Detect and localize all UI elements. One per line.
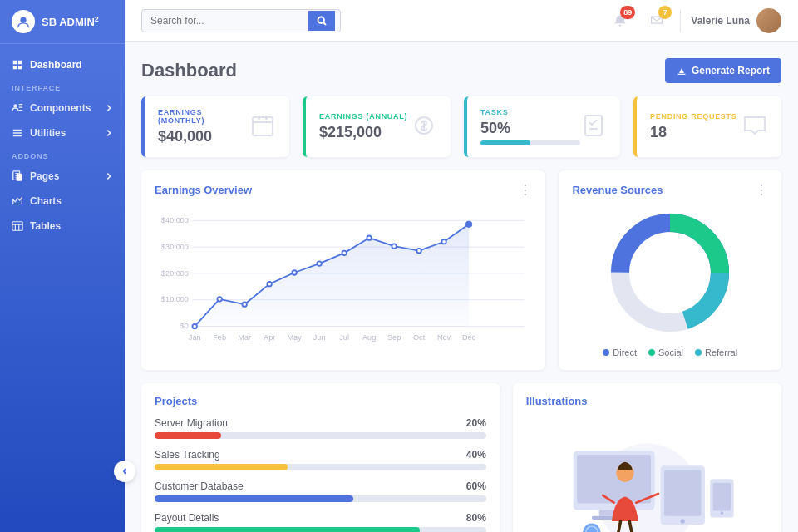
brand-logo bbox=[12, 10, 35, 33]
svg-point-30 bbox=[392, 244, 396, 248]
revenue-chart-menu[interactable]: ⋮ bbox=[755, 182, 768, 198]
stat-value-earnings-annual: $215,000 bbox=[319, 124, 407, 141]
svg-rect-60 bbox=[713, 483, 731, 511]
svg-rect-4 bbox=[12, 222, 22, 231]
legend-social: Social bbox=[648, 347, 683, 357]
svg-text:$0: $0 bbox=[180, 322, 189, 330]
svg-rect-3 bbox=[17, 174, 22, 180]
generate-report-button[interactable]: Generate Report bbox=[665, 58, 781, 83]
svg-point-27 bbox=[317, 261, 321, 265]
stats-row: EARNINGS (MONTHLY) $40,000 EARNINGS (ANN… bbox=[141, 96, 781, 157]
svg-point-58 bbox=[680, 519, 684, 523]
notifications-badge: 89 bbox=[620, 6, 635, 19]
donut-chart-svg bbox=[603, 206, 736, 339]
svg-text:Mar: Mar bbox=[238, 333, 251, 342]
project-fill-payout bbox=[155, 527, 420, 532]
legend-referral: Referral bbox=[695, 347, 737, 357]
svg-text:Apr: Apr bbox=[264, 333, 275, 342]
search-input[interactable] bbox=[142, 10, 308, 32]
sidebar-item-tables[interactable]: Tables bbox=[0, 214, 125, 239]
svg-text:Sep: Sep bbox=[387, 333, 401, 342]
sidebar-item-components-label: Components bbox=[30, 102, 91, 114]
svg-rect-53 bbox=[577, 455, 651, 504]
calendar-icon bbox=[249, 112, 276, 141]
sidebar-toggle[interactable] bbox=[114, 461, 135, 482]
sidebar-item-dashboard-label: Dashboard bbox=[30, 59, 82, 71]
legend-dot-referral bbox=[695, 349, 702, 356]
search-button[interactable] bbox=[308, 11, 335, 31]
sidebar-item-utilities[interactable]: Utilities bbox=[0, 121, 125, 145]
search-form bbox=[141, 9, 341, 32]
notifications-button[interactable]: 89 bbox=[607, 7, 633, 34]
sidebar-item-pages[interactable]: Pages bbox=[0, 164, 125, 189]
svg-point-23 bbox=[217, 297, 221, 301]
sidebar-item-charts[interactable]: Charts bbox=[0, 189, 125, 214]
svg-point-31 bbox=[416, 249, 421, 253]
svg-text:Jul: Jul bbox=[339, 333, 349, 342]
svg-text:$40,000: $40,000 bbox=[161, 216, 189, 224]
interface-section-label: INTERFACE bbox=[0, 77, 125, 96]
brand[interactable]: SB ADMIN2 bbox=[0, 0, 125, 44]
project-name-server: Server Migration bbox=[155, 417, 228, 429]
brand-name: SB ADMIN2 bbox=[42, 15, 99, 29]
stat-earnings-monthly: EARNINGS (MONTHLY) $40,000 bbox=[141, 96, 289, 157]
stat-value-pending: 18 bbox=[650, 124, 737, 141]
page-header: Dashboard Generate Report bbox=[141, 58, 781, 83]
svg-point-61 bbox=[720, 511, 723, 515]
svg-text:Oct: Oct bbox=[413, 333, 426, 342]
donut-chart-container: Direct Social Referral bbox=[572, 206, 768, 357]
donut-legend: Direct Social Referral bbox=[603, 347, 737, 357]
user-info[interactable]: Valerie Luna bbox=[691, 8, 781, 33]
svg-point-26 bbox=[292, 270, 296, 274]
earnings-chart-menu[interactable]: ⋮ bbox=[519, 182, 532, 198]
project-pct-customer: 60% bbox=[466, 480, 486, 492]
svg-rect-9 bbox=[265, 116, 268, 120]
sidebar-item-utilities-label: Utilities bbox=[30, 127, 66, 139]
sidebar-item-dashboard[interactable]: Dashboard bbox=[0, 52, 125, 77]
messages-badge: 7 bbox=[658, 6, 672, 19]
project-payout-details: Payout Details 80% bbox=[155, 512, 486, 532]
stat-label-earnings-annual: EARNINGS (ANNUAL) bbox=[319, 112, 407, 121]
svg-text:Dec: Dec bbox=[462, 333, 476, 342]
project-pct-sales: 40% bbox=[466, 449, 486, 461]
svg-point-22 bbox=[192, 324, 196, 328]
projects-card: Projects Server Migration 20% Sales bbox=[141, 383, 500, 532]
dollar-icon bbox=[411, 112, 437, 141]
svg-text:$20,000: $20,000 bbox=[161, 269, 189, 278]
user-avatar bbox=[756, 8, 781, 33]
main-content: 89 7 Valerie Luna Dashboard Generate Rep… bbox=[125, 0, 798, 532]
legend-label-referral: Referral bbox=[705, 347, 737, 357]
page-title: Dashboard bbox=[141, 60, 237, 81]
stat-tasks: TASKS 50% bbox=[464, 96, 620, 157]
project-fill-server bbox=[155, 432, 221, 439]
project-bar-payout bbox=[155, 527, 486, 532]
project-fill-sales bbox=[155, 464, 288, 470]
legend-dot-direct bbox=[603, 349, 609, 356]
svg-point-29 bbox=[367, 235, 371, 239]
svg-text:$10,000: $10,000 bbox=[161, 295, 189, 303]
stat-label-tasks: TASKS bbox=[480, 108, 580, 116]
svg-rect-11 bbox=[585, 116, 602, 135]
revenue-chart-title: Revenue Sources bbox=[572, 184, 663, 196]
stat-pending: PENDING REQUESTS 18 bbox=[633, 96, 781, 157]
svg-point-25 bbox=[267, 282, 271, 286]
svg-point-33 bbox=[466, 222, 471, 227]
svg-text:May: May bbox=[288, 333, 303, 342]
sidebar-item-components[interactable]: Components bbox=[0, 96, 125, 121]
sidebar-nav: Dashboard INTERFACE Components Utilities… bbox=[0, 44, 125, 532]
svg-point-1 bbox=[13, 104, 17, 107]
svg-text:Jun: Jun bbox=[313, 333, 326, 342]
generate-report-label: Generate Report bbox=[692, 65, 770, 76]
messages-button[interactable]: 7 bbox=[643, 7, 670, 34]
project-customer-database: Customer Database 60% bbox=[155, 480, 486, 502]
sidebar-item-charts-label: Charts bbox=[30, 195, 62, 207]
project-name-customer: Customer Database bbox=[155, 480, 244, 492]
topbar: 89 7 Valerie Luna bbox=[125, 0, 798, 42]
svg-rect-8 bbox=[258, 116, 260, 120]
svg-text:Feb: Feb bbox=[213, 333, 226, 342]
svg-text:Jan: Jan bbox=[189, 333, 201, 342]
stat-label-earnings-monthly: EARNINGS (MONTHLY) bbox=[158, 108, 249, 125]
illustrations-title: Illustrations bbox=[526, 395, 768, 407]
sidebar-item-tables-label: Tables bbox=[30, 220, 61, 232]
checklist-icon bbox=[580, 112, 607, 141]
